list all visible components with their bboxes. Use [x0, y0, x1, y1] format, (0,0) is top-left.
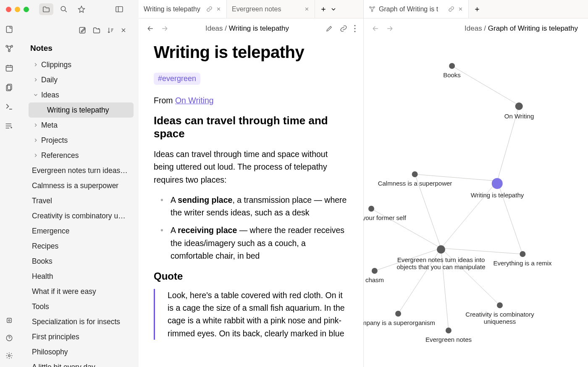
list-icon[interactable]: [5, 122, 13, 130]
doc-quote: Look, here's a table covered with red cl…: [154, 289, 348, 340]
close-icon[interactable]: [216, 6, 221, 12]
document-body[interactable]: Writing is telepathy #evergreen From On …: [139, 39, 363, 367]
graph-node[interactable]: Writing is telepathy: [471, 178, 524, 199]
more-icon[interactable]: [354, 25, 356, 32]
sidebar-note[interactable]: Specialization is for insects: [18, 314, 131, 329]
nav-back-icon[interactable]: [371, 24, 380, 33]
sidebar-note[interactable]: First principles: [18, 329, 131, 344]
chevron-right-icon[interactable]: [33, 122, 41, 128]
sidebar-note[interactable]: Health: [18, 269, 131, 284]
graph-node[interactable]: chasm: [365, 268, 384, 283]
tab[interactable]: Writing is telepathy: [139, 0, 227, 18]
source-link[interactable]: On Writing: [175, 96, 214, 105]
sort-icon[interactable]: [107, 26, 114, 34]
graph-node[interactable]: Calmness is a superpower: [378, 171, 452, 187]
nav-forward-icon[interactable]: [160, 24, 169, 33]
star-icon[interactable]: [74, 3, 89, 15]
command-icon[interactable]: [5, 102, 13, 111]
graph-node[interactable]: gation to your former self: [364, 206, 406, 221]
new-tab-icon[interactable]: [474, 6, 480, 13]
quote-heading: Quote: [154, 270, 348, 282]
sidebar-note[interactable]: Tools: [18, 299, 131, 314]
sidebar-note[interactable]: Recipes: [18, 239, 131, 254]
graph-node[interactable]: Everything is a remix: [493, 251, 551, 267]
chevron-right-icon[interactable]: [33, 77, 41, 83]
graph-node[interactable]: mpany is a superorganism: [364, 311, 435, 326]
new-note-icon[interactable]: [78, 26, 87, 34]
close-window[interactable]: [6, 7, 11, 12]
svg-point-10: [8, 320, 10, 321]
list-item: A sending place, a transmission place — …: [165, 194, 348, 219]
help-icon[interactable]: [5, 334, 13, 342]
sidebar-folder-references[interactable]: References: [24, 148, 134, 163]
graph-node[interactable]: Evergreen notes: [425, 328, 472, 343]
key-icon[interactable]: [5, 317, 13, 324]
graph-node[interactable]: On Writing: [504, 102, 534, 120]
sidebar-note[interactable]: What if it were easy: [18, 284, 131, 299]
sidebar-folder-meta[interactable]: Meta: [24, 118, 134, 133]
tab-label: Evergreen notes: [232, 5, 301, 13]
sidebar-note[interactable]: Evergreen notes turn ideas…: [18, 163, 131, 178]
editor-pane: Writing is telepathyEvergreen notes Idea…: [139, 0, 363, 367]
graph-canvas[interactable]: BooksOn WritingCalmness is a superpowerW…: [364, 39, 588, 367]
new-folder-icon[interactable]: [92, 26, 101, 34]
sidebar-note[interactable]: Philosophy: [18, 344, 131, 359]
tab[interactable]: Evergreen notes: [227, 0, 315, 18]
breadcrumb[interactable]: Ideas / Graph of Writing is telepathy: [399, 24, 580, 33]
chevron-down-icon[interactable]: [33, 92, 41, 98]
list-item: A receiving place — where the reader rec…: [165, 224, 348, 262]
sidebar-note[interactable]: Creativity is combinatory u…: [18, 208, 131, 223]
sidebar-folder-ideas[interactable]: Ideas: [24, 87, 134, 102]
nav-forward-icon[interactable]: [386, 24, 394, 33]
doc-paragraph: Ideas can travel through time and space …: [154, 148, 348, 186]
linked-icon[interactable]: [448, 6, 454, 12]
svg-rect-2: [6, 26, 12, 33]
chevron-right-icon[interactable]: [33, 137, 41, 143]
edit-icon[interactable]: [326, 25, 333, 32]
sidebar-note[interactable]: A little bit every day: [18, 359, 131, 367]
sidebar-note[interactable]: Emergence: [18, 223, 131, 239]
search-icon[interactable]: [57, 3, 71, 15]
minimize-window[interactable]: [15, 7, 20, 12]
sidebar-folder-clippings[interactable]: Clippings: [24, 57, 134, 72]
graph-node[interactable]: Evergreen notes turn ideas into objects …: [395, 245, 487, 270]
clipboard-icon[interactable]: [5, 83, 13, 92]
new-tab-icon[interactable]: [320, 6, 327, 13]
svg-point-14: [354, 25, 355, 26]
sidebar-note[interactable]: Travel: [18, 193, 131, 208]
chevron-right-icon[interactable]: [33, 152, 41, 158]
nav-back-icon[interactable]: [146, 24, 155, 33]
sidebar-note[interactable]: Writing is telepathy: [29, 102, 134, 118]
graph-node[interactable]: Books: [443, 63, 461, 79]
calendar-icon[interactable]: [5, 64, 13, 72]
graph-tab-icon: [369, 6, 375, 13]
chevron-right-icon[interactable]: [33, 62, 41, 68]
close-icon[interactable]: [458, 6, 463, 12]
sidebar-folder-daily[interactable]: Daily: [24, 72, 134, 87]
breadcrumb[interactable]: Ideas / Writing is telepathy: [174, 24, 320, 33]
svg-point-15: [354, 28, 355, 29]
graph-node[interactable]: Creativity is combinatory uniqueness: [456, 302, 544, 325]
linked-icon[interactable]: [206, 6, 213, 12]
sidebar-note[interactable]: Calmness is a superpower: [18, 178, 131, 193]
graph-icon[interactable]: [5, 45, 13, 53]
files-icon[interactable]: [39, 3, 53, 15]
svg-point-16: [354, 31, 355, 32]
fullscreen-window[interactable]: [24, 7, 29, 12]
graph-pane: Graph of Writing is t Ideas / Graph of W…: [363, 0, 588, 367]
doc-tag[interactable]: #evergreen: [154, 73, 200, 85]
close-icon[interactable]: [304, 6, 310, 12]
settings-icon[interactable]: [5, 352, 13, 359]
quick-note-icon[interactable]: [5, 25, 13, 34]
sidebar-folder-projects[interactable]: Projects: [24, 133, 134, 148]
doc-heading: Ideas can travel through time and space: [154, 114, 348, 140]
sidebar: Notes ClippingsDailyIdeasWriting is tele…: [18, 18, 139, 367]
sidebar-note[interactable]: Books: [18, 254, 131, 269]
svg-line-20: [452, 66, 519, 105]
collapse-icon[interactable]: [120, 27, 127, 34]
tab-graph[interactable]: Graph of Writing is t: [364, 0, 469, 18]
tab-menu-icon[interactable]: [330, 6, 337, 13]
tab-label: Graph of Writing is t: [379, 5, 445, 13]
link-icon[interactable]: [340, 25, 347, 32]
sidebar-toggle-icon[interactable]: [112, 3, 126, 15]
